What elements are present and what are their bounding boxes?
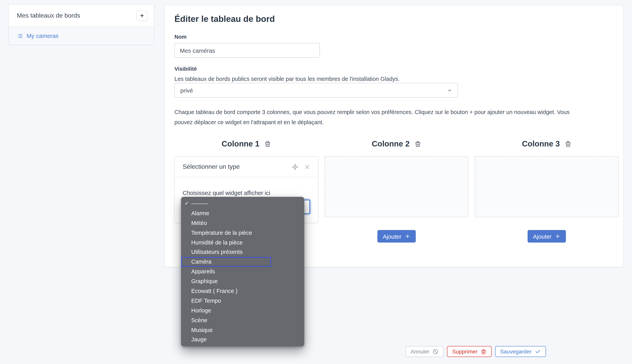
column-3-title: Colonne 3 bbox=[522, 139, 560, 148]
footer-actions: Annuler Supprimer Sauvegarder bbox=[0, 346, 546, 357]
column-3-header: Colonne 3 bbox=[475, 139, 619, 148]
add-dashboard-button[interactable]: + bbox=[136, 10, 147, 21]
dropdown-option[interactable]: Graphique bbox=[181, 276, 304, 286]
add-widget-button[interactable]: Ajouter bbox=[527, 230, 566, 242]
dropdown-option[interactable]: Utilisateurs présents bbox=[181, 248, 304, 257]
widget-card-title: Sélectionner un type bbox=[183, 163, 240, 170]
widget-dropzone bbox=[475, 156, 619, 217]
name-label: Nom bbox=[174, 34, 618, 40]
dropdown-option[interactable]: Scène bbox=[181, 316, 304, 325]
columns-description: Chaque tableau de bord comporte 3 colonn… bbox=[174, 107, 583, 127]
sidebar-item-my-cameras[interactable]: My cameras bbox=[9, 26, 154, 44]
visibility-select-value: privé bbox=[180, 87, 193, 94]
widget-dropzone bbox=[325, 156, 469, 217]
dropdown-option[interactable]: Ecowatt ( France ) bbox=[181, 286, 304, 296]
widget-card-header: Sélectionner un type bbox=[175, 156, 318, 177]
cancel-button[interactable]: Annuler bbox=[405, 346, 444, 357]
dropdown-option[interactable]: Météo bbox=[181, 218, 304, 228]
move-icon[interactable] bbox=[292, 164, 298, 170]
check-icon bbox=[535, 348, 541, 355]
trash-icon bbox=[481, 348, 487, 354]
delete-button[interactable]: Supprimer bbox=[447, 346, 491, 357]
column-2-title: Colonne 2 bbox=[372, 139, 409, 148]
ban-icon bbox=[433, 348, 439, 354]
visibility-select[interactable]: privé bbox=[174, 83, 458, 98]
dropdown-option[interactable]: EDF Tempo bbox=[181, 296, 304, 306]
widget-type-label: Choisissez quel widget afficher ici bbox=[183, 189, 310, 196]
dropdown-option-focused[interactable]: Caméra bbox=[181, 257, 271, 267]
column-2-header: Colonne 2 bbox=[325, 139, 469, 148]
page: Mes tableaux de bords + My cameras Édite… bbox=[0, 0, 632, 364]
trash-icon[interactable] bbox=[565, 140, 572, 147]
column-1-header: Colonne 1 bbox=[174, 139, 318, 148]
visibility-help: Les tableaux de bords publics seront vis… bbox=[174, 75, 618, 83]
save-button[interactable]: Sauvegarder bbox=[495, 346, 546, 357]
close-icon[interactable] bbox=[304, 164, 310, 170]
sidebar-title: Mes tableaux de bords bbox=[17, 12, 80, 19]
name-input[interactable] bbox=[174, 43, 320, 58]
dashboards-sidebar: Mes tableaux de bords + My cameras bbox=[8, 4, 154, 45]
dropdown-option[interactable]: ✓ --------- bbox=[181, 199, 304, 208]
dropdown-option[interactable]: Musique bbox=[181, 325, 304, 335]
widget-type-dropdown: ✓ --------- Alarme Météo Température de … bbox=[181, 197, 304, 346]
plus-icon bbox=[555, 234, 561, 239]
dropdown-option[interactable]: Température de la pièce bbox=[181, 228, 304, 238]
trash-icon[interactable] bbox=[265, 140, 271, 147]
dropdown-option[interactable]: Humidité de la pièce bbox=[181, 238, 304, 248]
column-2: Colonne 2 Ajouter bbox=[325, 139, 469, 242]
dropdown-option[interactable]: Horloge bbox=[181, 306, 304, 316]
list-icon bbox=[17, 32, 23, 39]
dropdown-option[interactable]: Alarme bbox=[181, 208, 304, 218]
trash-icon[interactable] bbox=[415, 140, 422, 147]
checkmark-icon: ✓ bbox=[185, 199, 189, 208]
visibility-label: Visibilité bbox=[174, 66, 618, 72]
plus-icon: + bbox=[140, 12, 144, 19]
dropdown-option[interactable]: Jauge bbox=[181, 335, 304, 345]
page-title: Éditer le tableau de bord bbox=[174, 14, 618, 24]
sidebar-item-label: My cameras bbox=[27, 32, 59, 39]
plus-icon bbox=[405, 234, 410, 239]
dropdown-option[interactable]: Appareils bbox=[181, 267, 304, 276]
column-3: Colonne 3 Ajouter bbox=[475, 139, 619, 242]
column-1-title: Colonne 1 bbox=[222, 139, 259, 148]
chevron-down-icon bbox=[447, 88, 452, 93]
add-widget-button[interactable]: Ajouter bbox=[377, 230, 416, 242]
sidebar-header: Mes tableaux de bords + bbox=[9, 5, 154, 26]
